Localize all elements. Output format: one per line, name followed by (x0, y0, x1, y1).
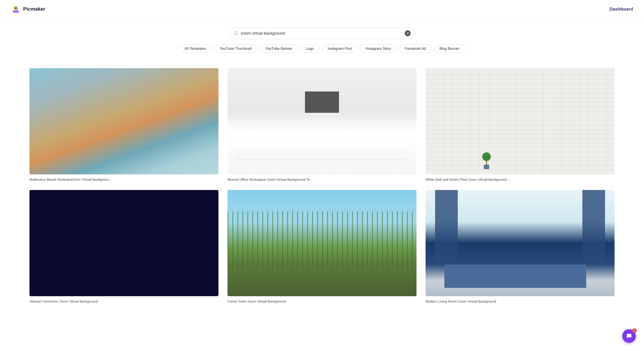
template-label-living: Modern Living Room Zoom Virtual Backgrou… (426, 299, 614, 304)
template-card-office[interactable]: Blurred Office Workspace Zoom Virtual Ba… (228, 68, 416, 182)
template-card-forest[interactable]: Forest Trees Zoom Virtual Background (228, 190, 416, 304)
filter-pill-youtube-banner[interactable]: YouTube Banner (260, 45, 298, 53)
clear-search-button[interactable]: ✕ (405, 30, 410, 36)
filter-pill-logo[interactable]: Logo (301, 45, 319, 53)
template-label-geo: Abstract Geometric Zoom Virtual Backgrou… (30, 299, 218, 304)
template-thumb-office (228, 68, 416, 174)
template-card-wall[interactable]: White Wall and Green Plant Zoom Virtual … (426, 68, 614, 182)
svg-line-9 (237, 34, 238, 35)
search-section: ✕ All TemplatesYouTube ThumbnailYouTube … (0, 18, 644, 57)
filter-pill-blog-banner[interactable]: Blog Banner (434, 45, 465, 53)
svg-point-3 (15, 7, 17, 9)
template-label-forest: Forest Trees Zoom Virtual Background (228, 299, 416, 304)
template-thumb-geo (30, 190, 218, 296)
app-header: Picmaker Dashboard (0, 0, 644, 18)
search-input[interactable] (241, 31, 402, 36)
picmaker-logo-icon (11, 4, 21, 14)
template-label-wall: White Wall and Green Plant Zoom Virtual … (426, 177, 614, 182)
filter-pill-instagram-post[interactable]: Instagram Post (322, 45, 357, 53)
svg-rect-6 (16, 11, 16, 12)
chat-badge: 1 (632, 328, 637, 333)
template-thumb-beach (30, 68, 218, 174)
filter-pill-youtube-thumbnail[interactable]: YouTube Thumbnail (214, 45, 257, 53)
template-card-beach[interactable]: Multicolour Beach IllustratedZoom Virtua… (30, 68, 218, 182)
dashboard-link[interactable]: Dashboard (610, 6, 633, 12)
logo-area[interactable]: Picmaker (11, 4, 45, 14)
template-card-living[interactable]: Modern Living Room Zoom Virtual Backgrou… (426, 190, 614, 304)
search-bar: ✕ (229, 27, 415, 39)
filter-pills: All TemplatesYouTube ThumbnailYouTube Ba… (179, 45, 464, 53)
template-card-geo[interactable]: Abstract Geometric Zoom Virtual Backgrou… (30, 190, 218, 304)
logo-text: Picmaker (23, 6, 45, 12)
filter-pill-instagram-story[interactable]: Instagram Story (360, 45, 396, 53)
template-thumb-forest (228, 190, 416, 296)
svg-rect-5 (14, 11, 15, 12)
template-thumb-wall (426, 68, 614, 174)
filter-pill-facebook-ad[interactable]: Facebook Ad (400, 45, 431, 53)
filter-pill-all[interactable]: All Templates (179, 45, 211, 53)
template-thumb-living (426, 190, 614, 296)
template-label-office: Blurred Office Workspace Zoom Virtual Ba… (228, 177, 416, 182)
chat-icon (626, 333, 632, 339)
templates-grid: Multicolour Beach IllustratedZoom Virtua… (0, 57, 644, 317)
chat-button[interactable]: 1 (622, 329, 636, 343)
search-icon (234, 31, 238, 36)
svg-rect-7 (17, 11, 18, 12)
template-label-beach: Multicolour Beach IllustratedZoom Virtua… (30, 177, 218, 182)
